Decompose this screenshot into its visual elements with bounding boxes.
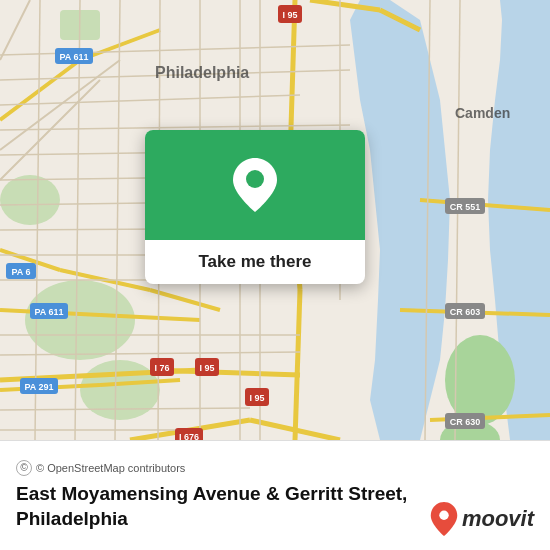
svg-text:CR 630: CR 630 bbox=[450, 417, 481, 427]
osm-credit: © © OpenStreetMap contributors bbox=[16, 460, 534, 476]
popup-card: Take me there bbox=[145, 130, 365, 284]
svg-point-84 bbox=[246, 170, 264, 188]
svg-point-85 bbox=[439, 511, 448, 520]
svg-text:CR 603: CR 603 bbox=[450, 307, 481, 317]
osm-icon: © bbox=[16, 460, 32, 476]
location-pin-icon bbox=[233, 158, 277, 212]
svg-point-3 bbox=[25, 280, 135, 360]
location-line2: Philadelphia bbox=[16, 508, 128, 529]
svg-text:I 76: I 76 bbox=[154, 363, 169, 373]
svg-text:PA 611: PA 611 bbox=[59, 52, 88, 62]
svg-text:PA 291: PA 291 bbox=[24, 382, 53, 392]
svg-point-5 bbox=[0, 175, 60, 225]
popup-green-area bbox=[145, 130, 365, 240]
moovit-logo-icon bbox=[430, 502, 458, 536]
svg-text:I 95: I 95 bbox=[249, 393, 264, 403]
take-me-there-button[interactable]: Take me there bbox=[198, 252, 311, 272]
svg-text:I 676: I 676 bbox=[179, 432, 199, 440]
svg-text:I 95: I 95 bbox=[282, 10, 297, 20]
svg-text:CR 551: CR 551 bbox=[450, 202, 481, 212]
map-container: PA 611 PA 6 PA 611 PA 291 I 95 I 76 I 67… bbox=[0, 0, 550, 440]
location-line1: East Moyamensing Avenue & Gerritt Street… bbox=[16, 483, 407, 504]
svg-text:I 95: I 95 bbox=[199, 363, 214, 373]
popup-button-area[interactable]: Take me there bbox=[145, 240, 365, 284]
moovit-text: moovit bbox=[462, 506, 534, 532]
moovit-logo: moovit bbox=[430, 502, 534, 536]
svg-text:Camden: Camden bbox=[455, 105, 510, 121]
bottom-bar: © © OpenStreetMap contributors East Moya… bbox=[0, 440, 550, 550]
svg-text:PA 611: PA 611 bbox=[34, 307, 63, 317]
svg-point-4 bbox=[80, 360, 160, 420]
svg-text:Philadelphia: Philadelphia bbox=[155, 64, 249, 81]
svg-text:PA 6: PA 6 bbox=[11, 267, 30, 277]
osm-credit-text: © OpenStreetMap contributors bbox=[36, 462, 185, 474]
